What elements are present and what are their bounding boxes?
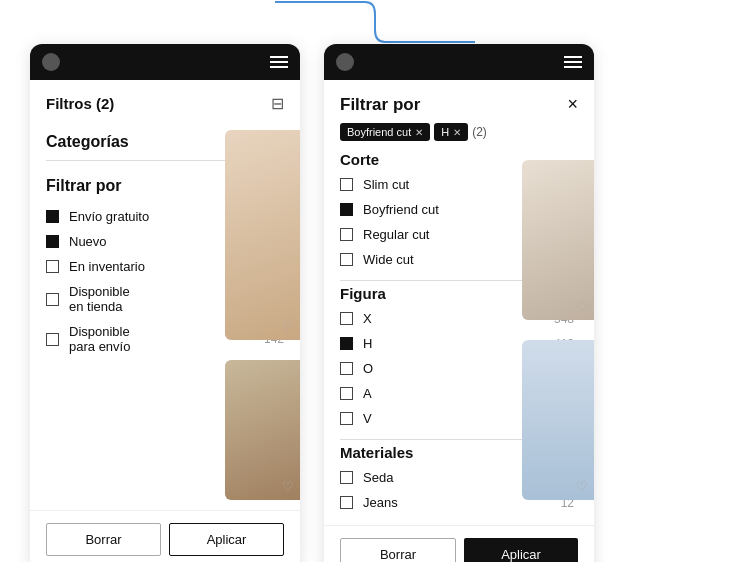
right-phone: Filtrar por × Boyfriend cut ✕ H ✕ (2) bbox=[324, 44, 594, 562]
left-panel-wrapper: Filtros (2) ⊟ Categorías + Filtrar por − bbox=[30, 44, 300, 562]
right-phone-bar bbox=[324, 44, 594, 80]
corte-checkbox-1[interactable] bbox=[340, 203, 353, 216]
materiales-checkbox-1[interactable] bbox=[340, 496, 353, 509]
left-product-image-2: ♡ bbox=[225, 360, 300, 500]
tag-x-1[interactable]: ✕ bbox=[453, 127, 461, 138]
checkbox-2[interactable] bbox=[46, 260, 59, 273]
active-tag-0[interactable]: Boyfriend cut ✕ bbox=[340, 123, 430, 141]
right-borrar-button[interactable]: Borrar bbox=[340, 538, 456, 562]
left-borrar-button[interactable]: Borrar bbox=[46, 523, 161, 556]
right-aplicar-button[interactable]: Aplicar bbox=[464, 538, 578, 562]
heart-icon-r1[interactable]: ♡ bbox=[576, 299, 588, 314]
active-filters: Boyfriend cut ✕ H ✕ (2) bbox=[340, 123, 578, 141]
left-phone: Filtros (2) ⊟ Categorías + Filtrar por − bbox=[30, 44, 300, 562]
left-aplicar-button[interactable]: Aplicar bbox=[169, 523, 284, 556]
filtrar-title: Filtrar por bbox=[46, 177, 122, 195]
right-panel-wrapper: Filtrar por × Boyfriend cut ✕ H ✕ (2) bbox=[324, 44, 594, 562]
heart-icon-r2[interactable]: ♡ bbox=[576, 479, 588, 494]
active-count: (2) bbox=[472, 125, 487, 139]
left-filter-title: Filtros (2) bbox=[46, 95, 114, 112]
left-hamburger-icon[interactable] bbox=[270, 56, 288, 68]
left-phone-content: Filtros (2) ⊟ Categorías + Filtrar por − bbox=[30, 80, 300, 510]
figura-checkbox-2[interactable] bbox=[340, 362, 353, 375]
right-product-image-1: ♡ bbox=[522, 160, 594, 320]
left-product-image-1: ♡ bbox=[225, 130, 300, 340]
checkbox-1[interactable] bbox=[46, 235, 59, 248]
right-bottom-buttons: Borrar Aplicar bbox=[324, 525, 594, 562]
figura-checkbox-1[interactable] bbox=[340, 337, 353, 350]
left-phone-bar bbox=[30, 44, 300, 80]
checkbox-0[interactable] bbox=[46, 210, 59, 223]
filtrar-por-title: Filtrar por bbox=[340, 95, 420, 115]
active-tag-1[interactable]: H ✕ bbox=[434, 123, 468, 141]
tag-x-0[interactable]: ✕ bbox=[415, 127, 423, 138]
corte-checkbox-3[interactable] bbox=[340, 253, 353, 266]
categorias-title: Categorías bbox=[46, 133, 129, 151]
close-button[interactable]: × bbox=[567, 94, 578, 115]
heart-icon-2[interactable]: ♡ bbox=[282, 479, 294, 494]
left-phone-circle bbox=[42, 53, 60, 71]
right-hamburger-icon[interactable] bbox=[564, 56, 582, 68]
right-phone-content: Filtrar por × Boyfriend cut ✕ H ✕ (2) bbox=[324, 80, 594, 525]
active-tag-label-1: H bbox=[441, 126, 449, 138]
left-filter-settings-icon[interactable]: ⊟ bbox=[271, 94, 284, 113]
figura-checkbox-3[interactable] bbox=[340, 387, 353, 400]
materiales-checkbox-0[interactable] bbox=[340, 471, 353, 484]
figura-checkbox-0[interactable] bbox=[340, 312, 353, 325]
heart-icon-1[interactable]: ♡ bbox=[282, 319, 294, 334]
panels-row: Filtros (2) ⊟ Categorías + Filtrar por − bbox=[0, 44, 749, 562]
checkbox-4[interactable] bbox=[46, 333, 59, 346]
right-product-image-2: ♡ bbox=[522, 340, 594, 500]
corte-checkbox-0[interactable] bbox=[340, 178, 353, 191]
figura-checkbox-4[interactable] bbox=[340, 412, 353, 425]
top-connector bbox=[0, 0, 749, 44]
left-bottom-buttons: Borrar Aplicar bbox=[30, 510, 300, 562]
checkbox-3[interactable] bbox=[46, 293, 59, 306]
filtrar-por-header: Filtrar por × bbox=[340, 94, 578, 115]
active-tag-label-0: Boyfriend cut bbox=[347, 126, 411, 138]
right-phone-circle bbox=[336, 53, 354, 71]
corte-checkbox-2[interactable] bbox=[340, 228, 353, 241]
left-filter-header: Filtros (2) ⊟ bbox=[46, 94, 284, 113]
